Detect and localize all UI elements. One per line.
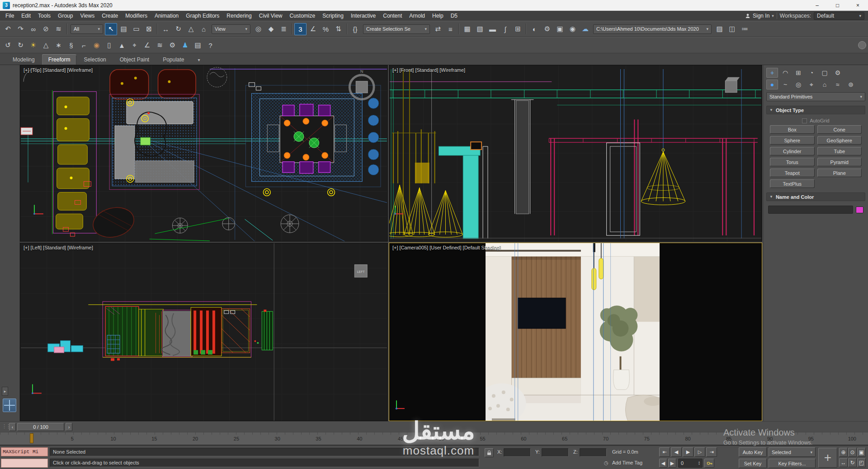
schematic-view-icon[interactable]: ⊞ [512, 23, 524, 35]
utilities-tab-icon[interactable]: ⚙ [832, 68, 844, 78]
selection-lock-icon[interactable] [485, 448, 494, 457]
navigation-cross-button[interactable]: + [818, 448, 837, 468]
material-editor-icon[interactable]: ◐ [528, 23, 541, 35]
key-mode-toggle[interactable] [704, 459, 714, 468]
select-and-manipulate-icon[interactable]: ◆ [265, 23, 277, 35]
rectangular-selection-icon[interactable]: ▭ [130, 23, 142, 35]
go-to-end-button[interactable]: ⇥ [706, 447, 717, 457]
viewport-label[interactable]: [+] [Top] [Standard] [Wireframe] [24, 67, 93, 73]
redo-icon[interactable]: ↷ [14, 23, 27, 35]
object-type-button[interactable]: Torus [770, 158, 815, 166]
zoom-extents-icon[interactable]: ▣ [857, 448, 866, 457]
object-type-button[interactable]: TextPlus [770, 179, 815, 188]
document-icon[interactable]: ▤ [192, 39, 204, 52]
object-type-button[interactable]: Cone [817, 125, 862, 134]
curve-editor-icon[interactable]: ∫ [499, 23, 511, 35]
ribbon-toggle-icon[interactable]: ▬ [486, 23, 499, 35]
primitive-category-dropdown[interactable]: Standard Primitives ▾ [766, 92, 865, 101]
object-type-button[interactable]: Teapot [770, 169, 815, 177]
sunlight-icon[interactable]: ☀ [27, 39, 39, 52]
spinner-down-icon[interactable]: ▾ [698, 463, 700, 465]
viewport-label[interactable]: [+] [Front] [Standard] [Wireframe] [392, 67, 465, 73]
track-bar[interactable]: 0510152025303540455055606570758085909510… [0, 432, 868, 446]
maxscript-mini-listener[interactable]: MAXScript Mi [1, 447, 48, 456]
menu-item[interactable]: Animation [151, 11, 182, 20]
ribbon-overflow-icon[interactable]: ▾ [194, 55, 204, 65]
play-button[interactable]: ▶ [683, 447, 693, 457]
time-slider[interactable]: 0 / 100 [17, 423, 64, 431]
use-pivot-center-icon[interactable]: ◎ [252, 23, 264, 35]
menu-item[interactable]: File [2, 11, 18, 20]
ribbon-tab[interactable]: Object Paint [113, 54, 156, 65]
spotlight-icon[interactable]: △ [40, 39, 52, 52]
camera-icon[interactable]: ⌖ [128, 39, 141, 52]
time-slider-handle[interactable] [30, 433, 33, 443]
render-in-cloud-icon[interactable]: ☁ [579, 23, 591, 35]
lights-icon[interactable]: ◎ [793, 80, 804, 89]
sign-in-button[interactable]: Sign In ▾ [745, 13, 774, 19]
ribbon-tab[interactable]: Freeform [42, 54, 77, 65]
undo-icon[interactable]: ↶ [2, 23, 14, 35]
viewcube[interactable] [725, 77, 740, 93]
rendered-frame-icon[interactable]: ▣ [554, 23, 566, 35]
menu-item[interactable]: Create [98, 11, 122, 20]
render-setup-icon[interactable]: ⚙ [541, 23, 553, 35]
cone-icon[interactable]: ▲ [116, 39, 128, 52]
tape-helper-icon[interactable]: ∠ [141, 39, 153, 52]
orbit-icon[interactable]: ↻ [848, 458, 857, 467]
workspace-dropdown[interactable]: Default ▾ [814, 12, 864, 20]
asset-tracking-icon[interactable]: ◫ [726, 23, 738, 35]
maximize-icon[interactable]: □ [827, 0, 848, 10]
y-coordinate-field[interactable] [542, 448, 569, 457]
gear-icon[interactable]: ⚙ [166, 39, 179, 52]
select-and-link-icon[interactable]: ∞ [27, 23, 39, 35]
menu-item[interactable]: Modifiers [122, 11, 151, 20]
menu-item[interactable]: Group [54, 11, 76, 20]
modify-tab-icon[interactable]: ◠ [779, 68, 791, 78]
named-selection-dropdown[interactable]: Create Selection Se▾ [363, 24, 430, 34]
autogrid-checkbox[interactable] [802, 118, 807, 123]
help-icon[interactable]: ? [204, 39, 217, 52]
ribbon-tab[interactable]: Modeling [6, 54, 41, 65]
menu-item[interactable]: Edit [18, 11, 34, 20]
go-to-start-button[interactable]: ⇤ [659, 447, 670, 457]
teapot-icon[interactable]: ◉ [90, 39, 103, 52]
ribbon-tab[interactable]: Selection [77, 54, 112, 65]
minimize-icon[interactable]: – [807, 0, 827, 10]
viewcube[interactable]: LEFT [354, 265, 367, 277]
name-color-rollout[interactable]: ▼ Name and Color [766, 192, 865, 201]
object-type-button[interactable]: Plane [817, 169, 862, 177]
zoom-all-icon[interactable]: ⊙ [848, 448, 857, 457]
percent-snap-icon[interactable]: % [320, 23, 332, 35]
menu-item[interactable]: Rendering [223, 11, 255, 20]
next-key-button[interactable]: ▶ [668, 459, 676, 468]
align-icon[interactable]: ≡ [444, 23, 457, 35]
object-type-button[interactable]: Cylinder [770, 147, 815, 155]
next-frame-button[interactable]: ▷ [694, 447, 705, 457]
menu-item[interactable]: D5 [447, 11, 461, 20]
unlink-selection-icon[interactable]: ⊘ [40, 23, 52, 35]
user-account-icon[interactable] [858, 41, 866, 49]
bone-icon[interactable]: ⌐ [78, 39, 90, 52]
object-type-button[interactable]: GeoSphere [817, 136, 862, 145]
cameras-icon[interactable]: ⌖ [806, 80, 817, 89]
create-tab-icon[interactable]: + [766, 68, 778, 78]
populate-person-icon[interactable]: ♟ [179, 39, 191, 52]
menu-item[interactable]: Content [379, 11, 406, 20]
top-viewport[interactable]: [+] [Top] [Standard] [Wireframe] [20, 65, 388, 242]
set-key-button[interactable]: Set Key [739, 459, 767, 468]
viewport-label[interactable]: [+] [Left] [Standard] [Wireframe] [24, 245, 93, 250]
left-viewport[interactable]: [+] [Left] [Standard] [Wireframe] [20, 243, 388, 421]
crossing-selection-icon[interactable]: ⊠ [143, 23, 155, 35]
scene-explorer-icon[interactable]: ▦ [461, 23, 473, 35]
menu-item[interactable]: Views [76, 11, 98, 20]
helpers-icon[interactable]: ⌂ [819, 80, 830, 89]
menu-item[interactable]: Graph Editors [182, 11, 223, 20]
dock-expand-icon[interactable]: ▸ [2, 387, 8, 396]
mirror-icon[interactable]: ⇄ [432, 23, 444, 35]
current-frame-field[interactable]: 0 ▴▾ [678, 459, 703, 468]
bind-to-space-warp-icon[interactable]: ≋ [52, 23, 65, 35]
add-time-tag[interactable]: Add Time Tag [612, 460, 642, 465]
geometry-icon[interactable]: ● [766, 80, 778, 89]
selection-filter-dropdown[interactable]: All▾ [71, 24, 103, 34]
